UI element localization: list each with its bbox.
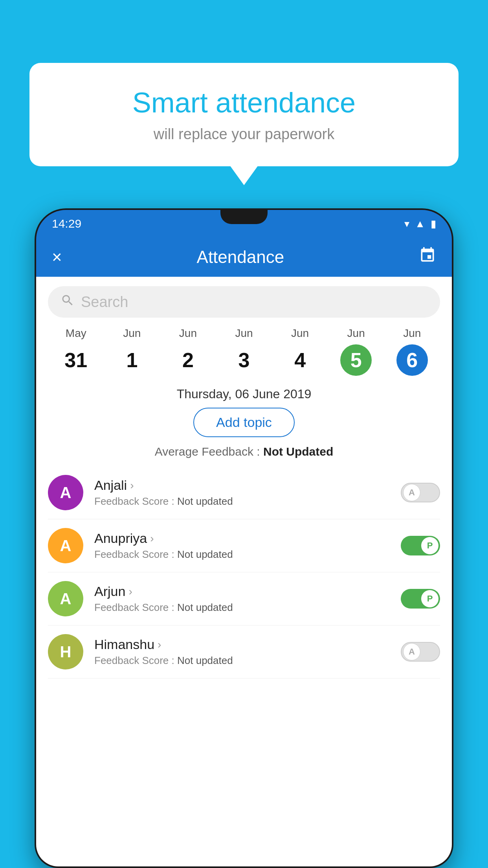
status-bar: 14:29 ▾ ▲ ▮ [36,210,452,237]
date-col-1[interactable]: Jun 1 [104,327,160,376]
date-day-4: 4 [284,344,316,376]
bubble-subtitle: will replace your paperwork [61,126,427,143]
chevron-right-icon: › [158,638,161,651]
signal-icon: ▲ [415,218,425,230]
status-icons: ▾ ▲ ▮ [404,218,436,230]
student-name: Himanshu › [94,637,390,652]
search-bar[interactable]: Search [48,286,440,318]
student-info[interactable]: Anjali › Feedback Score : Not updated [94,478,390,508]
feedback-label: Feedback Score : [94,495,177,507]
list-item: H Himanshu › Feedback Score : Not update… [48,625,440,679]
attendance-toggle[interactable]: A [401,483,440,502]
add-topic-button[interactable]: Add topic [193,408,295,437]
attendance-toggle[interactable]: A [401,642,440,662]
date-day-1: 1 [116,344,148,376]
student-list: A Anjali › Feedback Score : Not updated … [36,466,452,679]
bubble-title: Smart attendance [61,86,427,119]
list-item: A Arjun › Feedback Score : Not updated P [48,572,440,625]
feedback-value: Not updated [177,548,233,560]
date-month-6: Jun [403,327,421,340]
date-col-4[interactable]: Jun 4 [272,327,328,376]
student-name: Anjali › [94,478,390,493]
screen-content: Search May 31 Jun 1 Jun 2 Jun 3 [36,277,452,866]
toggle-knob: A [403,643,420,660]
status-time: 14:29 [52,217,81,230]
student-info[interactable]: Anupriya › Feedback Score : Not updated [94,531,390,561]
date-month-3: Jun [235,327,253,340]
chevron-right-icon: › [130,479,134,492]
date-month-5: Jun [347,327,365,340]
app-title: Attendance [197,247,284,267]
date-selector: May 31 Jun 1 Jun 2 Jun 3 Jun 4 [36,327,452,376]
date-day-6: 6 [396,344,428,376]
date-day-2: 2 [172,344,204,376]
feedback-label: Feedback Score : [94,601,177,613]
selected-date-label: Thursday, 06 June 2019 [36,387,452,401]
avatar: A [48,528,83,563]
date-month-0: May [66,327,86,340]
student-info[interactable]: Himanshu › Feedback Score : Not updated [94,637,390,667]
date-col-0[interactable]: May 31 [48,327,104,376]
notch [220,210,268,224]
student-name: Arjun › [94,584,390,599]
app-bar: × Attendance [36,237,452,277]
avatar: A [48,475,83,510]
toggle-knob: P [421,537,438,554]
student-name-text: Himanshu [94,637,154,652]
feedback-value: Not updated [177,655,233,666]
battery-icon: ▮ [431,218,436,230]
toggle-knob: P [421,590,438,607]
avg-feedback-label: Average Feedback : [155,445,263,458]
search-icon [61,293,75,311]
list-item: A Anjali › Feedback Score : Not updated … [48,466,440,519]
date-day-0: 31 [60,344,92,376]
student-feedback: Feedback Score : Not updated [94,548,390,561]
date-day-3: 3 [228,344,260,376]
speech-bubble-container: Smart attendance will replace your paper… [29,63,459,166]
student-name-text: Anupriya [94,531,147,546]
date-col-2[interactable]: Jun 2 [160,327,216,376]
list-item: A Anupriya › Feedback Score : Not update… [48,519,440,572]
avg-feedback-value: Not Updated [263,445,333,458]
wifi-icon: ▾ [404,218,409,230]
feedback-value: Not updated [177,601,233,613]
chevron-right-icon: › [150,532,154,545]
close-button[interactable]: × [52,247,62,267]
toggle-knob: A [403,484,420,501]
date-col-5[interactable]: Jun 5 [328,327,384,376]
average-feedback: Average Feedback : Not Updated [36,445,452,458]
date-month-2: Jun [179,327,197,340]
date-col-3[interactable]: Jun 3 [216,327,272,376]
date-month-1: Jun [123,327,141,340]
student-feedback: Feedback Score : Not updated [94,495,390,508]
student-feedback: Feedback Score : Not updated [94,601,390,614]
phone-frame: 14:29 ▾ ▲ ▮ × Attendance [35,208,453,868]
feedback-label: Feedback Score : [94,655,177,666]
feedback-label: Feedback Score : [94,548,177,560]
date-month-4: Jun [291,327,309,340]
avatar: A [48,581,83,616]
attendance-toggle[interactable]: P [401,589,440,609]
feedback-value: Not updated [177,495,233,507]
attendance-toggle[interactable]: P [401,536,440,555]
calendar-button[interactable] [419,246,436,268]
student-name-text: Arjun [94,584,125,599]
avatar: H [48,634,83,669]
student-name-text: Anjali [94,478,127,493]
phone-inner: 14:29 ▾ ▲ ▮ × Attendance [36,210,452,866]
date-day-5: 5 [340,344,372,376]
chevron-right-icon: › [128,585,132,598]
student-info[interactable]: Arjun › Feedback Score : Not updated [94,584,390,614]
search-placeholder: Search [81,294,128,311]
student-feedback: Feedback Score : Not updated [94,655,390,667]
student-name: Anupriya › [94,531,390,546]
speech-bubble: Smart attendance will replace your paper… [29,63,459,166]
date-col-6[interactable]: Jun 6 [384,327,440,376]
